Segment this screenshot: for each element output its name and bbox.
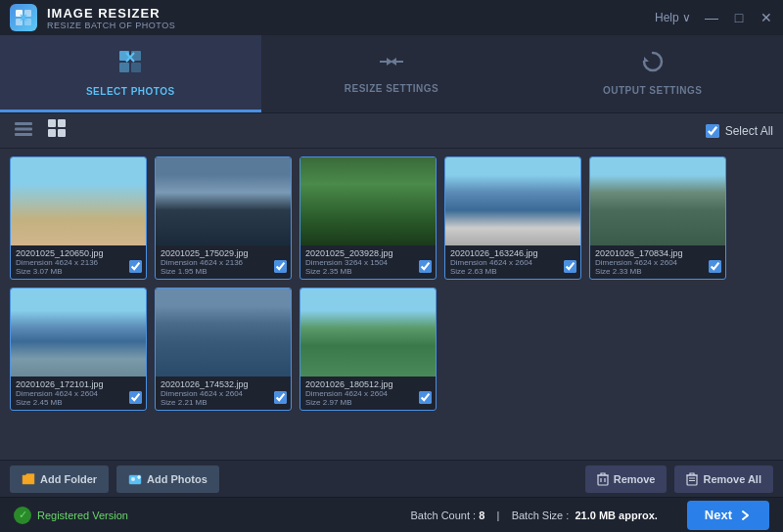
add-photos-button[interactable]: Add Photos [116,466,219,493]
add-folder-button[interactable]: Add Folder [10,466,109,493]
photo-name: 20201026_172101.jpg [16,379,141,389]
photo-dimension: Dimension 4624 x 2604 [450,258,576,267]
photo-thumbnail [300,288,436,377]
action-bar: Add Folder Add Photos Remove Remove All [0,460,783,497]
thumb-image [156,288,291,377]
resize-settings-icon [378,51,405,78]
app-title: IMAGE RESIZER RESIZE BATCH OF PHOTOS [47,6,175,30]
tab-select-photos-label: SELECT PHOTOS [86,86,175,97]
photo-dimension: Dimension 4624 x 2604 [305,389,431,398]
photo-name: 20201026_180512.jpg [305,379,431,389]
svg-marker-12 [644,57,649,62]
photo-size: Size 2.97 MB [305,398,431,407]
svg-rect-7 [131,63,141,72]
registration-status: ✓ Registered Version [14,507,128,524]
minimize-button[interactable]: — [705,11,718,24]
batch-size-label: Batch Size : [512,510,570,521]
photo-checkbox[interactable] [129,391,142,404]
maximize-button[interactable]: □ [732,11,746,24]
tab-output-settings[interactable]: OUTPUT SETTINGS [522,35,783,112]
photo-info: 20201026_180512.jpg Dimension 4624 x 260… [300,377,436,410]
photo-thumbnail [156,288,291,377]
photo-item-1[interactable]: 20201025_120650.jpg Dimension 4624 x 213… [10,156,147,280]
registered-check-icon: ✓ [14,507,31,524]
tab-output-settings-label: OUTPUT SETTINGS [603,85,702,96]
batch-count-label: Batch Count : [410,510,476,521]
photo-dimension: Dimension 4624 x 2604 [16,389,141,398]
grid-view-button[interactable] [43,117,70,144]
photo-checkbox[interactable] [274,391,287,404]
select-all-label: Select All [725,124,773,138]
photo-name: 20201025_175029.jpg [161,248,286,258]
photo-checkbox[interactable] [129,260,142,273]
thumb-image [590,157,725,245]
close-button[interactable]: ✕ [760,11,773,24]
remove-all-button[interactable]: Remove All [674,466,773,493]
photo-info: 20201025_175029.jpg Dimension 4624 x 213… [156,245,291,279]
photo-name: 20201026_163246.jpg [450,248,576,258]
photo-item-5[interactable]: 20201026_170834.jpg Dimension 4624 x 260… [589,156,726,280]
view-controls [10,117,70,144]
svg-rect-14 [15,128,32,131]
add-photos-label: Add Photos [147,473,207,485]
photo-item-4[interactable]: 20201026_163246.jpg Dimension 4624 x 260… [444,156,581,280]
titlebar-left: IMAGE RESIZER RESIZE BATCH OF PHOTOS [10,4,175,31]
photo-item-6[interactable]: 20201026_172101.jpg Dimension 4624 x 260… [10,288,147,411]
photo-dimension: Dimension 3264 x 1504 [305,258,431,267]
photo-size: Size 2.21 MB [161,398,286,407]
toolbar: Select All [0,113,783,149]
photo-checkbox[interactable] [709,260,721,273]
thumb-image [300,288,436,377]
batch-size-value: 21.0 MB approx. [575,510,657,521]
photo-thumbnail [300,157,436,245]
photo-item-3[interactable]: 20201025_203928.jpg Dimension 3264 x 150… [299,156,437,280]
select-all-checkbox[interactable] [706,124,719,138]
photo-checkbox[interactable] [419,391,432,404]
svg-rect-19 [58,129,66,137]
thumb-image [300,157,436,245]
photo-item-8[interactable]: 20201026_180512.jpg Dimension 4624 x 260… [299,288,437,411]
photo-checkbox[interactable] [419,260,432,273]
next-button[interactable]: Next [687,501,769,530]
photo-size: Size 2.45 MB [16,398,141,407]
thumb-image [156,157,291,245]
photo-size: Size 2.33 MB [595,267,720,276]
svg-marker-10 [391,58,396,66]
photo-info: 20201026_170834.jpg Dimension 4624 x 260… [590,245,725,279]
select-all-control: Select All [706,124,773,138]
list-view-button[interactable] [10,118,37,143]
remove-label: Remove [614,473,656,485]
next-label: Next [705,508,732,522]
photo-row-1: 20201025_120650.jpg Dimension 4624 x 213… [10,156,773,280]
photo-dimension: Dimension 4624 x 2604 [161,389,286,398]
photo-item-7[interactable]: 20201026_174532.jpg Dimension 4624 x 260… [155,288,292,411]
batch-count-value: 8 [479,510,484,521]
photo-info: 20201026_163246.jpg Dimension 4624 x 260… [445,245,580,279]
photo-info: 20201025_203928.jpg Dimension 3264 x 150… [300,245,436,279]
photo-thumbnail [445,157,580,245]
remove-button[interactable]: Remove [585,466,668,493]
statusbar: ✓ Registered Version Batch Count : 8 | B… [0,497,783,532]
select-photos-icon [116,48,144,81]
photo-name: 20201026_170834.jpg [595,248,720,258]
photo-info: 20201026_174532.jpg Dimension 4624 x 260… [156,377,291,410]
photo-name: 20201025_203928.jpg [305,248,431,258]
photo-dimension: Dimension 4624 x 2604 [595,258,720,267]
help-label[interactable]: Help ∨ [655,11,691,24]
svg-rect-13 [15,122,32,125]
remove-all-label: Remove All [703,473,761,485]
svg-rect-16 [48,119,56,127]
tab-select-photos[interactable]: SELECT PHOTOS [0,35,261,112]
thumb-image [445,157,580,245]
photo-item-2[interactable]: 20201025_175029.jpg Dimension 4624 x 213… [155,156,292,280]
photo-name: 20201025_120650.jpg [16,248,141,258]
photo-size: Size 1.95 MB [161,267,286,276]
app-icon [10,4,37,31]
tab-resize-settings[interactable]: RESIZE SETTINGS [261,35,523,112]
svg-rect-15 [15,133,32,136]
photo-checkbox[interactable] [564,260,576,273]
svg-rect-18 [48,129,56,137]
remove-controls: Remove Remove All [585,466,773,493]
photo-dimension: Dimension 4624 x 2136 [161,258,286,267]
photo-checkbox[interactable] [274,260,287,273]
